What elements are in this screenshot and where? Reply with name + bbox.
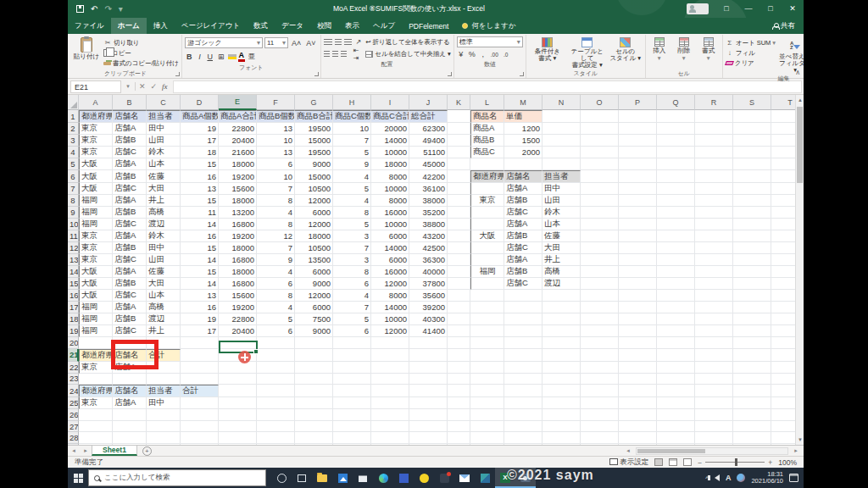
cell-I10[interactable]: 10000 (371, 219, 409, 230)
tray-sphere-icon[interactable] (737, 474, 745, 482)
row-header-6[interactable]: 6 (68, 170, 79, 183)
align-top-icon[interactable] (324, 39, 332, 46)
share-button[interactable]: 共有 (764, 18, 804, 34)
cell-H2[interactable]: 10 (333, 123, 371, 135)
cell-R16[interactable] (695, 290, 733, 302)
cell-G17[interactable]: 6000 (295, 302, 333, 313)
cell-C4[interactable]: 鈴木 (147, 147, 181, 158)
cell-S1[interactable] (733, 110, 771, 123)
cell-N24[interactable] (542, 385, 581, 397)
cell-C29[interactable] (147, 444, 181, 445)
cell-N16[interactable] (542, 290, 581, 302)
photos-button[interactable] (332, 468, 353, 488)
cell-J20[interactable] (409, 337, 448, 349)
cell-D21[interactable] (181, 349, 219, 362)
cell-T22[interactable] (771, 362, 795, 374)
cell-R23[interactable] (695, 374, 733, 385)
cell-F21[interactable] (257, 349, 295, 362)
column-header-R[interactable]: R (695, 95, 733, 110)
cell-I14[interactable]: 16000 (371, 266, 409, 278)
percent-button[interactable]: % (467, 50, 477, 58)
cell-H8[interactable]: 4 (333, 195, 371, 207)
cell-H15[interactable]: 6 (333, 278, 371, 290)
cell-L29[interactable] (470, 444, 504, 445)
cell-R13[interactable] (695, 254, 733, 266)
cell-J13[interactable]: 36300 (409, 254, 448, 266)
cell-A29[interactable] (79, 444, 113, 445)
cell-F15[interactable]: 6 (257, 278, 295, 290)
cell-M5[interactable] (504, 158, 542, 170)
cell-P4[interactable] (619, 147, 657, 158)
row-header-28[interactable]: 28 (68, 432, 79, 444)
column-header-O[interactable]: O (581, 95, 619, 110)
cell-B19[interactable]: 店舗C (113, 325, 147, 337)
cell-I15[interactable]: 12000 (371, 278, 409, 290)
cell-K21[interactable] (448, 349, 470, 362)
cell-M22[interactable] (504, 362, 542, 374)
column-header-P[interactable]: P (619, 95, 657, 110)
cell-D26[interactable] (181, 409, 219, 421)
cell-N28[interactable] (542, 432, 581, 444)
cell-R17[interactable] (695, 302, 733, 313)
cell-T11[interactable] (771, 230, 795, 242)
align-middle-icon[interactable] (335, 39, 342, 46)
cell-Q12[interactable] (657, 242, 695, 254)
cell-D5[interactable]: 15 (181, 158, 219, 170)
cell-C24[interactable]: 担当者 (147, 385, 181, 397)
cell-M11[interactable]: 店舗B (504, 230, 542, 242)
row-header-25[interactable]: 25 (68, 397, 79, 409)
cell-S27[interactable] (733, 421, 771, 433)
cancel-icon[interactable]: ✕ (139, 82, 146, 91)
row-header-26[interactable]: 26 (68, 409, 79, 421)
cortana-button[interactable] (271, 468, 292, 488)
grow-font-button[interactable]: A˄ (290, 39, 303, 47)
cell-N25[interactable] (542, 397, 581, 409)
cell-Q5[interactable] (657, 158, 695, 170)
save-icon[interactable] (76, 5, 84, 13)
cell-O6[interactable] (581, 170, 619, 183)
cell-D20[interactable] (181, 337, 219, 349)
name-box[interactable]: E21 (70, 80, 121, 93)
cell-F22[interactable] (257, 362, 295, 374)
cell-L14[interactable]: 福岡 (470, 266, 504, 278)
cell-O1[interactable] (581, 110, 619, 123)
cell-I23[interactable] (371, 374, 409, 385)
cell-O13[interactable] (581, 254, 619, 266)
cell-H3[interactable]: 7 (333, 135, 371, 147)
cell-P6[interactable] (619, 170, 657, 183)
cell-Q16[interactable] (657, 290, 695, 302)
cell-G24[interactable] (295, 385, 333, 397)
cell-Q24[interactable] (657, 385, 695, 397)
cell-H12[interactable]: 7 (333, 242, 371, 254)
cell-A7[interactable]: 大阪 (79, 183, 113, 195)
cell-C13[interactable]: 山田 (147, 254, 181, 266)
file-explorer-button[interactable] (312, 468, 332, 488)
cell-B21[interactable]: 店舗名 (113, 349, 147, 362)
insert-cells-button[interactable]: 挿入 ▾ (648, 36, 670, 62)
close-button[interactable]: ✕ (782, 0, 804, 18)
cell-C19[interactable]: 井上 (147, 325, 181, 337)
cell-M10[interactable]: 店舗A (504, 219, 542, 230)
cell-O21[interactable] (581, 349, 619, 362)
cell-L20[interactable] (470, 337, 504, 349)
cell-P17[interactable] (619, 302, 657, 313)
cell-P22[interactable] (619, 362, 657, 374)
italic-button[interactable]: I (195, 53, 203, 61)
cell-A14[interactable]: 大阪 (79, 266, 113, 278)
cell-Q23[interactable] (657, 374, 695, 385)
cell-E10[interactable]: 16800 (219, 219, 257, 230)
cell-Q22[interactable] (657, 362, 695, 374)
cell-K26[interactable] (448, 409, 470, 421)
cell-Q21[interactable] (657, 349, 695, 362)
cell-H19[interactable]: 6 (333, 325, 371, 337)
scroll-down-icon[interactable]: ▼ (796, 435, 804, 445)
cell-F23[interactable] (257, 374, 295, 385)
row-header-4[interactable]: 4 (68, 147, 79, 158)
cell-Q4[interactable] (657, 147, 695, 158)
cell-D27[interactable] (181, 421, 219, 433)
cell-H23[interactable] (333, 374, 371, 385)
cell-I12[interactable]: 14000 (371, 242, 409, 254)
cell-E9[interactable]: 13200 (219, 207, 257, 219)
collapse-ribbon-icon[interactable]: ∧ (795, 69, 800, 76)
hscroll-left-icon[interactable]: ◂ (622, 446, 634, 456)
